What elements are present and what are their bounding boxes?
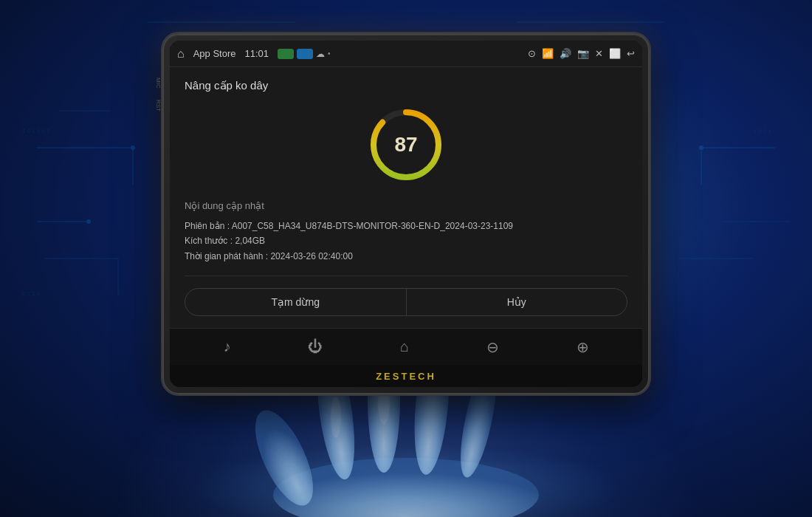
- signal-indicator: [278, 49, 294, 59]
- status-time: 11:01: [245, 48, 269, 59]
- status-right-icons: ⊙ 📶 🔊 📷 ✕ ⬜ ↩: [528, 48, 635, 59]
- progress-number: 87: [394, 133, 417, 157]
- camera-icon[interactable]: 📷: [577, 48, 589, 59]
- svg-point-4: [86, 219, 91, 224]
- svg-text:1 0 1 1 0 1: 1 0 1 1 0 1: [22, 128, 50, 134]
- tablet-outer-frame: MIC RST ⌂ App Store 11:01 ☁ • ⊙: [162, 33, 650, 394]
- update-content-label: Nội dung cập nhật: [185, 200, 627, 211]
- dot-indicator: •: [328, 49, 331, 58]
- home-icon[interactable]: ⌂: [177, 47, 185, 61]
- progress-circle: 87: [365, 104, 447, 185]
- brand-name: ZESTECH: [376, 371, 436, 382]
- tablet-screen: ⌂ App Store 11:01 ☁ • ⊙ 📶 🔊 📷: [170, 41, 642, 387]
- power-nav-icon[interactable]: ⏻: [308, 338, 323, 355]
- svg-point-10: [699, 145, 703, 150]
- action-buttons: Tạm dừng Hủy: [185, 288, 627, 316]
- tablet-device: MIC RST ⌂ App Store 11:01 ☁ • ⊙: [162, 33, 650, 394]
- volume-icon[interactable]: 🔊: [560, 48, 571, 59]
- progress-container: 87: [185, 104, 627, 185]
- close-icon[interactable]: ✕: [595, 48, 603, 59]
- status-bar: ⌂ App Store 11:01 ☁ • ⊙ 📶 🔊 📷: [170, 41, 642, 67]
- rst-label: RST: [155, 100, 162, 112]
- status-left-icons: ☁ •: [278, 49, 331, 59]
- release-line: Thời gian phát hành : 2024-03-26 02:40:0…: [185, 249, 627, 264]
- svg-point-3: [131, 145, 135, 150]
- main-content: Nâng cấp ko dây: [170, 67, 642, 328]
- size-line: Kích thước : 2,04GB: [185, 233, 627, 248]
- brand-bar: ZESTECH: [170, 365, 642, 387]
- bottom-nav: ♪ ⏻ ⌂ ⊖ ⊕: [170, 328, 642, 365]
- back-icon[interactable]: ↩: [627, 48, 635, 59]
- location-icon: ⊙: [528, 48, 536, 59]
- svg-text:1 0 0 1: 1 0 0 1: [753, 128, 771, 134]
- divider: [185, 275, 627, 276]
- cloud-icon: ☁: [316, 49, 325, 59]
- update-details: Phiên bản : A007_C58_HA34_U874B-DTS-MONI…: [185, 219, 627, 264]
- mic-label: MIC: [155, 78, 162, 89]
- svg-point-26: [331, 397, 341, 438]
- music-nav-icon[interactable]: ♪: [223, 338, 230, 355]
- minus-nav-icon[interactable]: ⊖: [486, 338, 499, 356]
- wifi-icon: 📶: [542, 48, 554, 59]
- plus-nav-icon[interactable]: ⊕: [577, 338, 589, 356]
- cancel-button[interactable]: Hủy: [407, 289, 627, 315]
- version-line: Phiên bản : A007_C58_HA34_U874B-DTS-MONI…: [185, 219, 627, 233]
- pause-button[interactable]: Tạm dừng: [185, 289, 407, 315]
- home-nav-icon[interactable]: ⌂: [400, 338, 409, 355]
- window-icon[interactable]: ⬜: [609, 48, 621, 59]
- app-store-label: App Store: [193, 48, 236, 59]
- page-title: Nâng cấp ko dây: [185, 79, 627, 92]
- network-indicator: [297, 49, 313, 59]
- svg-text:0 1 1 0: 0 1 1 0: [22, 290, 41, 297]
